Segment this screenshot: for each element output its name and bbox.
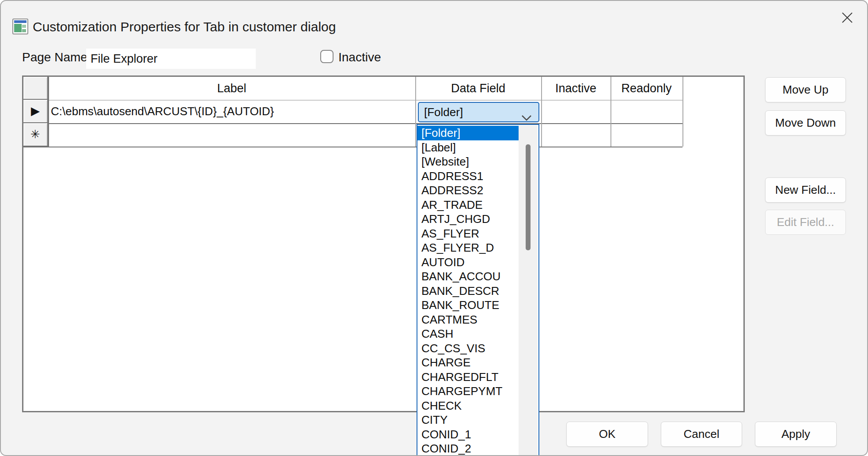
datafield-options: [Folder][Label][Website]ADDRESS1ADDRESS2… bbox=[417, 126, 519, 455]
dropdown-option[interactable]: CARTMES bbox=[417, 313, 519, 327]
dropdown-option[interactable]: AS_FLYER_D bbox=[417, 241, 519, 255]
dropdown-option[interactable]: CC_CS_VIS bbox=[417, 341, 519, 356]
dropdown-option[interactable]: [Label] bbox=[417, 140, 519, 155]
dropdown-option[interactable]: CITY bbox=[417, 413, 519, 427]
dropdown-option[interactable]: CASH bbox=[417, 327, 519, 341]
column-header-label[interactable]: Label bbox=[48, 77, 415, 100]
gridline bbox=[682, 77, 683, 147]
datafield-combobox-value: [Folder] bbox=[424, 106, 463, 119]
gridline bbox=[610, 77, 611, 147]
column-header-datafield[interactable]: Data Field bbox=[415, 77, 541, 100]
current-row-arrow-icon: ▶ bbox=[31, 104, 40, 118]
cancel-button[interactable]: Cancel bbox=[661, 422, 742, 447]
gridline bbox=[415, 77, 416, 147]
dialog-window: Customization Properties for Tab in cust… bbox=[0, 0, 868, 456]
dialog-title: Customization Properties for Tab in cust… bbox=[33, 19, 336, 34]
dropdown-scrollbar[interactable] bbox=[519, 126, 538, 455]
dropdown-option[interactable]: ARTJ_CHGD bbox=[417, 212, 519, 226]
apply-button[interactable]: Apply bbox=[755, 422, 837, 447]
dropdown-option[interactable]: CONID_2 bbox=[417, 441, 519, 455]
dropdown-option[interactable]: ADDRESS2 bbox=[417, 183, 519, 198]
inactive-checkbox[interactable] bbox=[320, 50, 334, 63]
title-bar: Customization Properties for Tab in cust… bbox=[1, 1, 867, 37]
ok-button[interactable]: OK bbox=[566, 422, 648, 447]
column-header-inactive[interactable]: Inactive bbox=[541, 77, 610, 100]
dropdown-option[interactable]: AS_FLYER bbox=[417, 226, 519, 241]
gridline bbox=[23, 147, 682, 147]
page-name-input[interactable]: File Explorer bbox=[86, 49, 256, 69]
dropdown-option[interactable]: [Website] bbox=[417, 155, 519, 169]
move-up-button[interactable]: Move Up bbox=[765, 77, 846, 102]
gridline bbox=[541, 77, 542, 147]
dropdown-option[interactable]: BANK_ACCOU bbox=[417, 269, 519, 284]
edit-field-button[interactable]: Edit Field... bbox=[765, 210, 846, 235]
dropdown-option[interactable]: [Folder] bbox=[417, 126, 519, 140]
dropdown-option[interactable]: BANK_DESCR bbox=[417, 284, 519, 298]
row-header-new[interactable]: ✳ bbox=[23, 123, 48, 147]
dropdown-option[interactable]: BANK_ROUTE bbox=[417, 298, 519, 313]
dropdown-option[interactable]: AUTOID bbox=[417, 255, 519, 270]
dropdown-option[interactable]: CHARGE bbox=[417, 355, 519, 370]
datafield-combobox[interactable]: [Folder] bbox=[418, 102, 539, 122]
dropdown-option[interactable]: AR_TRADE bbox=[417, 198, 519, 212]
grid-cell-label[interactable]: C:\ebms\autosend\ARCUST\{ID}_{AUTOID} bbox=[51, 100, 274, 123]
column-header-readonly[interactable]: Readonly bbox=[610, 77, 682, 100]
new-row-asterisk-icon: ✳ bbox=[30, 128, 40, 141]
inactive-checkbox-label: Inactive bbox=[338, 50, 381, 64]
move-down-button[interactable]: Move Down bbox=[765, 110, 846, 136]
gridline bbox=[48, 77, 49, 147]
dropdown-scrollbar-thumb[interactable] bbox=[526, 144, 531, 250]
dropdown-option[interactable]: CHARGEPYMT bbox=[417, 384, 519, 399]
close-icon bbox=[841, 11, 853, 25]
gridline bbox=[23, 123, 682, 124]
close-button[interactable] bbox=[836, 7, 858, 29]
datafield-dropdown-list: [Folder][Label][Website]ADDRESS1ADDRESS2… bbox=[417, 124, 539, 455]
fields-grid: Label Data Field Inactive Readonly ▶ ✳ C… bbox=[22, 75, 745, 412]
dropdown-option[interactable]: ADDRESS1 bbox=[417, 169, 519, 184]
row-header-current[interactable]: ▶ bbox=[23, 100, 48, 123]
grid-corner-cell[interactable] bbox=[23, 77, 48, 100]
page-name-label: Page Name bbox=[22, 50, 87, 64]
dropdown-option[interactable]: CONID_1 bbox=[417, 427, 519, 442]
dropdown-option[interactable]: CHECK bbox=[417, 399, 519, 413]
app-icon bbox=[12, 19, 28, 34]
dropdown-option[interactable]: CHARGEDFLT bbox=[417, 370, 519, 384]
new-field-button[interactable]: New Field... bbox=[765, 177, 846, 203]
